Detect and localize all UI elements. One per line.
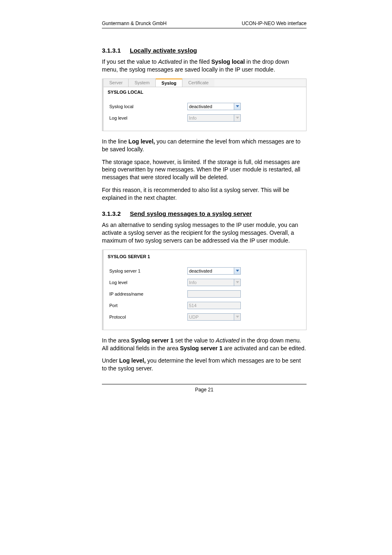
paragraph: If you set the value to Activated in the… bbox=[102, 58, 307, 74]
paragraph: As an alternative to sending syslog mess… bbox=[102, 221, 307, 245]
form-row: Log level Info bbox=[109, 279, 300, 286]
tab-certificate[interactable]: Certificate bbox=[182, 79, 214, 87]
paragraph: The storage space, however, is limited. … bbox=[102, 158, 307, 182]
dropdown-value: Info bbox=[189, 280, 234, 285]
panel-section-title: SYSLOG LOCAL bbox=[104, 87, 306, 95]
label-syslog-local: Syslog local bbox=[109, 104, 187, 109]
form-row: Syslog local deactivated bbox=[109, 103, 300, 110]
input-port[interactable]: 514 bbox=[187, 302, 241, 309]
label-log-level: Log level bbox=[109, 116, 187, 120]
header-left: Guntermann & Drunck GmbH bbox=[102, 21, 166, 26]
section-title: Send syslog messages to a syslog server bbox=[130, 210, 252, 217]
dropdown-log-level[interactable]: Info bbox=[187, 279, 241, 286]
dropdown-log-level[interactable]: Info bbox=[187, 114, 241, 122]
tab-syslog[interactable]: Syslog bbox=[156, 79, 182, 87]
dropdown-value: UDP bbox=[189, 314, 234, 319]
chevron-down-icon bbox=[234, 279, 240, 286]
syslog-server-panel: SYSLOG SERVER 1 Syslog server 1 deactiva… bbox=[102, 250, 307, 330]
dropdown-value: deactivated bbox=[189, 104, 234, 109]
panel-section-title: SYSLOG SERVER 1 bbox=[104, 250, 306, 260]
form-row: Syslog server 1 deactivated bbox=[109, 267, 300, 275]
chevron-down-icon bbox=[234, 314, 240, 320]
page-header: Guntermann & Drunck GmbH UCON-IP-NEO Web… bbox=[102, 21, 307, 28]
paragraph: Under Log level, you determine the level… bbox=[102, 357, 307, 372]
document-page: Guntermann & Drunck GmbH UCON-IP-NEO Web… bbox=[0, 0, 392, 555]
chevron-down-icon bbox=[234, 115, 240, 121]
section-heading-1: 3.1.3.1 Locally activate syslog bbox=[102, 47, 307, 54]
form-row: Port 514 bbox=[109, 302, 300, 309]
label-port: Port bbox=[109, 303, 187, 308]
form-row: Protocol UDP bbox=[109, 313, 300, 321]
panel-body: Syslog local deactivated Log level Info bbox=[104, 95, 306, 131]
dropdown-value: deactivated bbox=[189, 268, 234, 273]
header-right: UCON-IP-NEO Web interface bbox=[242, 21, 307, 26]
section-heading-2: 3.1.3.2 Send syslog messages to a syslog… bbox=[102, 210, 307, 217]
page-footer: Page 21 bbox=[102, 384, 307, 393]
form-row: IP address/name bbox=[109, 290, 300, 298]
dropdown-protocol[interactable]: UDP bbox=[187, 313, 241, 321]
tab-server[interactable]: Server bbox=[104, 79, 129, 87]
label-ip-address: IP address/name bbox=[109, 291, 187, 296]
tab-system[interactable]: System bbox=[129, 79, 156, 87]
section-number: 3.1.3.1 bbox=[102, 47, 121, 54]
page-number: Page 21 bbox=[195, 387, 214, 393]
dropdown-syslog-local[interactable]: deactivated bbox=[187, 103, 241, 110]
chevron-down-icon bbox=[234, 103, 240, 110]
input-ip-address[interactable] bbox=[187, 290, 241, 298]
panel-body: Syslog server 1 deactivated Log level In… bbox=[104, 260, 306, 330]
label-log-level: Log level bbox=[109, 280, 187, 285]
label-protocol: Protocol bbox=[109, 314, 187, 319]
label-syslog-server: Syslog server 1 bbox=[109, 268, 187, 273]
form-row: Log level Info bbox=[109, 114, 300, 122]
input-value: 514 bbox=[189, 303, 196, 308]
paragraph: In the line Log level, you can determine… bbox=[102, 138, 307, 153]
chevron-down-icon bbox=[234, 268, 240, 274]
dropdown-value: Info bbox=[189, 116, 234, 120]
section-number: 3.1.3.2 bbox=[102, 210, 121, 217]
section-title: Locally activate syslog bbox=[130, 47, 197, 54]
paragraph: In the area Syslog server 1 set the valu… bbox=[102, 337, 307, 352]
dropdown-syslog-server[interactable]: deactivated bbox=[187, 267, 241, 275]
tab-bar: Server System Syslog Certificate bbox=[104, 79, 306, 87]
syslog-local-panel: Server System Syslog Certificate SYSLOG … bbox=[102, 79, 307, 131]
paragraph: For this reason, it is recommended to al… bbox=[102, 186, 307, 202]
